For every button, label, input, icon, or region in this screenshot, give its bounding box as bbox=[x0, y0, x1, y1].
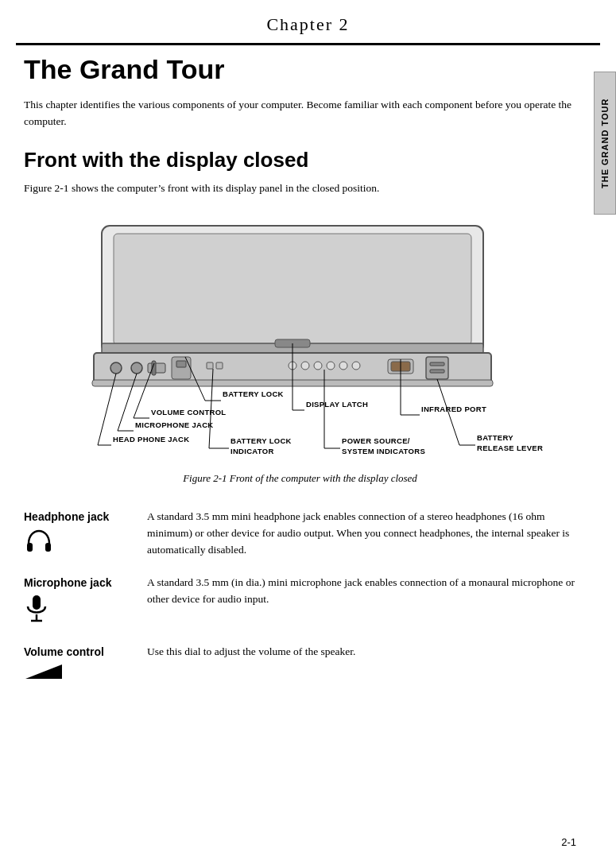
svg-point-16 bbox=[314, 362, 322, 370]
svg-point-19 bbox=[352, 362, 360, 370]
svg-point-17 bbox=[327, 362, 335, 370]
svg-text:HEAD PHONE JACK: HEAD PHONE JACK bbox=[113, 435, 189, 444]
component-list: Headphone jack A standard 3.5 mm mini he… bbox=[24, 509, 576, 683]
svg-point-6 bbox=[110, 362, 122, 374]
svg-rect-24 bbox=[430, 370, 444, 373]
microphone-icon bbox=[24, 594, 49, 630]
section1-text: Figure 2-1 shows the computer’s front wi… bbox=[24, 180, 576, 196]
microphone-label: Microphone jack bbox=[24, 576, 111, 589]
headphone-label-col: Headphone jack bbox=[24, 509, 139, 560]
microphone-label-col: Microphone jack bbox=[24, 575, 139, 630]
intro-text: This chapter identifies the various comp… bbox=[24, 97, 576, 130]
svg-rect-55 bbox=[27, 543, 33, 552]
chapter-header: Chapter 2 bbox=[0, 0, 616, 43]
component-item-microphone: Microphone jack A standard 3.5 mm (in di… bbox=[24, 575, 576, 630]
component-item-volume: Volume control Use this dial to adjust t… bbox=[24, 644, 576, 683]
svg-rect-13 bbox=[216, 362, 223, 369]
svg-text:VOLUME CONTROL: VOLUME CONTROL bbox=[151, 408, 226, 417]
svg-rect-8 bbox=[148, 363, 165, 373]
svg-rect-22 bbox=[426, 357, 448, 379]
svg-point-7 bbox=[131, 362, 142, 374]
microphone-desc: A standard 3.5 mm (in dia.) mini microph… bbox=[139, 575, 576, 608]
laptop-diagram: BATTERY LOCK DISPLAY LATCH INFRARED PORT… bbox=[54, 210, 547, 467]
svg-text:BATTERY LOCK: BATTERY LOCK bbox=[231, 436, 292, 445]
svg-text:MICROPHONE JACK: MICROPHONE JACK bbox=[135, 420, 213, 429]
svg-marker-60 bbox=[25, 664, 62, 679]
volume-icon bbox=[24, 663, 64, 683]
svg-point-18 bbox=[339, 362, 347, 370]
diagram-container: BATTERY LOCK DISPLAY LATCH INFRARED PORT… bbox=[24, 210, 576, 501]
figure-caption: Figure 2-1 Front of the computer with th… bbox=[183, 472, 417, 485]
volume-label-col: Volume control bbox=[24, 644, 139, 683]
svg-point-15 bbox=[301, 362, 309, 370]
svg-rect-56 bbox=[45, 543, 51, 552]
section1-heading: Front with the display closed bbox=[24, 148, 576, 172]
svg-text:POWER SOURCE/: POWER SOURCE/ bbox=[342, 436, 410, 445]
svg-rect-10 bbox=[172, 357, 191, 379]
svg-text:RELEASE LEVER: RELEASE LEVER bbox=[477, 444, 543, 452]
volume-label: Volume control bbox=[24, 645, 104, 658]
page-title: The Grand Tour bbox=[24, 55, 576, 84]
svg-text:SYSTEM INDICATORS: SYSTEM INDICATORS bbox=[342, 447, 425, 455]
component-item-headphone: Headphone jack A standard 3.5 mm mini he… bbox=[24, 509, 576, 560]
svg-rect-1 bbox=[114, 234, 471, 345]
chapter-divider bbox=[16, 43, 600, 45]
svg-text:BATTERY LOCK: BATTERY LOCK bbox=[223, 389, 284, 398]
svg-text:INFRARED PORT: INFRARED PORT bbox=[421, 405, 486, 413]
svg-text:INDICATOR: INDICATOR bbox=[231, 447, 274, 455]
svg-rect-57 bbox=[33, 595, 41, 610]
svg-rect-11 bbox=[176, 361, 186, 367]
side-tab: THE GRAND TOUR bbox=[594, 72, 616, 215]
headphone-desc: A standard 3.5 mm mini headphone jack en… bbox=[139, 509, 576, 559]
headphone-label: Headphone jack bbox=[24, 510, 109, 523]
svg-text:BATTERY: BATTERY bbox=[477, 433, 513, 442]
svg-rect-23 bbox=[430, 362, 444, 366]
svg-text:DISPLAY LATCH: DISPLAY LATCH bbox=[306, 400, 368, 409]
svg-rect-12 bbox=[207, 362, 213, 369]
headphone-icon bbox=[24, 528, 54, 560]
page-number: 2-1 bbox=[561, 836, 576, 848]
volume-desc: Use this dial to adjust the volume of th… bbox=[139, 644, 576, 661]
